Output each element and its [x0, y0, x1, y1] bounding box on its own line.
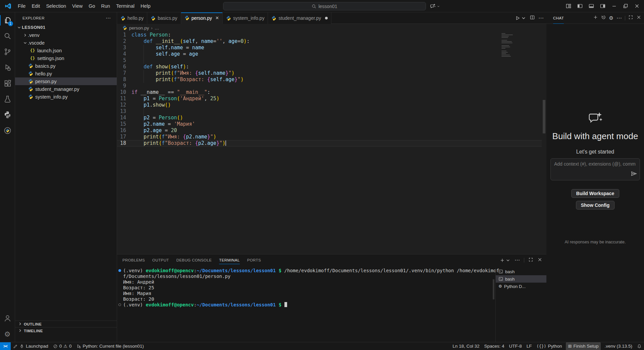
indent-guide: [144, 121, 144, 127]
status-notifications[interactable]: [635, 342, 644, 350]
section-outline[interactable]: OUTLINE: [15, 320, 117, 327]
activity-python-environments[interactable]: [0, 123, 15, 138]
tree-item-hello-py[interactable]: hello.py: [15, 70, 117, 77]
breadcrumb-file[interactable]: person.py: [129, 25, 149, 31]
copilot-menu[interactable]: [430, 2, 440, 10]
toggle-panel-icon[interactable]: [586, 2, 596, 10]
tab-system_info-py[interactable]: system_info.py: [223, 12, 268, 24]
tab-basics-py[interactable]: basics.py: [147, 12, 181, 24]
terminal-instance-bash[interactable]: bash: [496, 268, 546, 275]
status-indentation[interactable]: Spaces: 4: [482, 342, 507, 350]
new-terminal-button[interactable]: [500, 258, 511, 263]
menu-edit[interactable]: Edit: [29, 2, 43, 10]
terminal-instance-bash[interactable]: bash: [496, 275, 546, 283]
status-python-env[interactable]: .venv (3.13.5): [602, 342, 635, 350]
activity-run-and-debug[interactable]: [0, 60, 15, 75]
close-tab-icon[interactable]: ✕: [215, 15, 219, 20]
terminal[interactable]: (.venv) evdokimoff@opencv:~/Documents/le…: [117, 266, 546, 342]
panel-tab-problems[interactable]: PROBLEMS: [122, 254, 145, 266]
maximize-chat-icon[interactable]: [628, 15, 633, 21]
command-decoration-icon[interactable]: [118, 269, 121, 272]
panel-tab-ports[interactable]: PORTS: [247, 254, 261, 266]
status-problems[interactable]: 0⚠0: [51, 342, 74, 350]
activity-explorer[interactable]: 1: [0, 12, 15, 28]
tree-item-lesson01[interactable]: LESSON01: [15, 23, 117, 31]
run-python-file-button[interactable]: [515, 15, 526, 21]
editor-scrollbar[interactable]: [543, 100, 545, 133]
activity-search[interactable]: [0, 28, 15, 44]
terminal-instance-python-d-[interactable]: ⚙Python D...: [496, 283, 546, 290]
menu-file[interactable]: File: [15, 2, 29, 10]
tree-item--vscode[interactable]: .vscode: [15, 39, 117, 47]
status-cursor-position[interactable]: Ln 18, Col 32: [450, 342, 482, 350]
tree-item-launch-json[interactable]: {}launch.json: [15, 47, 117, 54]
code-editor[interactable]: 1class Person:2 def __init__(self, name=…: [117, 32, 546, 254]
status-launchpad[interactable]: Launchpad: [11, 342, 51, 350]
tree-item-system-info-py[interactable]: system_info.py: [15, 93, 117, 101]
activity-testing[interactable]: [0, 91, 15, 107]
tree-item-basics-py[interactable]: basics.py: [15, 62, 117, 70]
activity-extensions[interactable]: [0, 75, 15, 91]
more-actions-icon[interactable]: ⋯: [515, 257, 520, 263]
toggle-primary-sidebar-icon[interactable]: [575, 2, 585, 10]
terminal-output[interactable]: (.venv) evdokimoff@opencv:~/Documents/le…: [117, 268, 499, 342]
chat-input[interactable]: Add context (#), extensions (@), comm: [550, 158, 640, 180]
customize-layout-icon[interactable]: [564, 2, 574, 10]
tree-item-settings-json[interactable]: {}settings.json: [15, 54, 117, 62]
menu-view[interactable]: View: [69, 2, 86, 10]
line-number: 3: [117, 45, 126, 51]
more-actions-icon[interactable]: ⋯: [104, 14, 113, 22]
line-number: 13: [117, 108, 126, 115]
status-python-interpreter[interactable]: Python: Current file (lesson01): [74, 342, 146, 350]
menu-terminal[interactable]: Terminal: [113, 2, 138, 10]
breadcrumb-more[interactable]: …: [155, 25, 159, 31]
prompt-decoration-icon[interactable]: [118, 303, 121, 306]
tree-item-student-manager-py[interactable]: student_manager.py: [15, 85, 117, 93]
command-center-search[interactable]: lesson01: [223, 2, 426, 10]
tab-hello-py[interactable]: hello.py: [117, 12, 147, 24]
tree-item--venv[interactable]: .venv: [15, 31, 117, 39]
close-chat-icon[interactable]: [636, 15, 641, 21]
restore-button[interactable]: [621, 2, 631, 10]
split-editor-icon[interactable]: [530, 15, 535, 21]
build-workspace-button[interactable]: Build Workspace: [571, 189, 619, 198]
panel-tab-terminal[interactable]: TERMINAL: [219, 254, 239, 266]
terminal-scrollbar[interactable]: [493, 279, 494, 299]
minimap[interactable]: [501, 33, 514, 57]
chat-history-icon[interactable]: [601, 15, 606, 21]
chat-settings-gear-icon[interactable]: ⚙: [609, 15, 613, 20]
section-timeline[interactable]: TIMELINE: [15, 327, 117, 334]
line-number: 7: [117, 70, 126, 76]
status-language-mode[interactable]: ({})Python: [534, 342, 565, 350]
menu-selection[interactable]: Selection: [43, 2, 69, 10]
maximize-panel-icon[interactable]: [528, 257, 533, 264]
status-remote[interactable]: ><: [0, 342, 11, 350]
activity-accounts[interactable]: [0, 310, 15, 326]
panel-tab-output[interactable]: OUTPUT: [152, 254, 169, 266]
activity-settings[interactable]: ⚙: [0, 326, 15, 342]
status-eol[interactable]: LF: [524, 342, 534, 350]
status-encoding[interactable]: UTF-8: [507, 342, 524, 350]
show-config-button[interactable]: Show Config: [576, 201, 615, 210]
tree-item-person-py[interactable]: person.py: [15, 77, 117, 85]
tab-person-py[interactable]: person.py✕: [181, 12, 223, 24]
menu-help[interactable]: Help: [138, 2, 154, 10]
send-icon[interactable]: [631, 171, 637, 178]
minimize-button[interactable]: [609, 2, 619, 10]
activity-source-control[interactable]: [0, 44, 15, 60]
panel-tab-debug-console[interactable]: DEBUG CONSOLE: [176, 254, 212, 266]
menu-run[interactable]: Run: [98, 2, 113, 10]
status-finish-setup[interactable]: ⊞Finish Setup: [566, 342, 601, 350]
more-actions-icon[interactable]: ⋯: [538, 15, 544, 21]
breadcrumb[interactable]: person.py › …: [117, 24, 546, 32]
menu-go[interactable]: Go: [86, 2, 98, 10]
activity-python[interactable]: [0, 107, 15, 123]
new-chat-icon[interactable]: [593, 15, 598, 21]
close-panel-icon[interactable]: [537, 257, 542, 264]
tab-label: system_info.py: [233, 15, 264, 21]
tab-student_manager-py[interactable]: student_manager.py: [268, 12, 331, 24]
close-button[interactable]: [632, 2, 642, 10]
chat-title-tab[interactable]: CHAT: [553, 12, 564, 24]
toggle-secondary-sidebar-icon[interactable]: [598, 2, 608, 10]
more-actions-icon[interactable]: ⋯: [616, 15, 622, 21]
